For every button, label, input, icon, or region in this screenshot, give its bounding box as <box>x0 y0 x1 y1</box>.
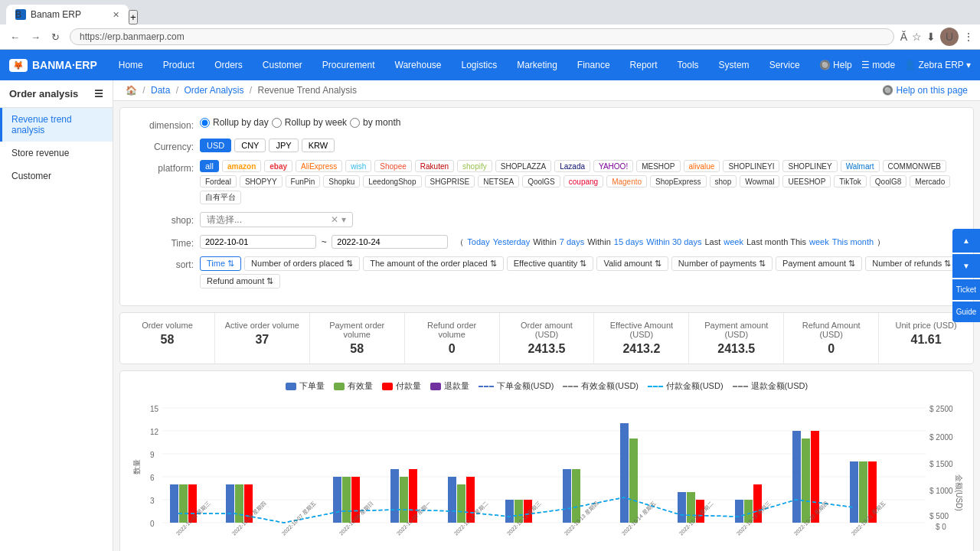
rollup-by-day-option[interactable]: Rollup by day <box>200 117 269 128</box>
help-link[interactable]: 🔘 Help <box>819 60 852 70</box>
sort-order-amount[interactable]: The amount of the order placed ⇅ <box>363 256 504 271</box>
platform-wish[interactable]: wish <box>345 160 371 172</box>
platform-shopyy[interactable]: SHOPYY <box>240 175 283 187</box>
help-on-page[interactable]: 🔘 Help on this page <box>882 85 968 96</box>
platform-qoolgs[interactable]: QoolGS <box>522 175 560 187</box>
nav-warehouse[interactable]: Warehouse <box>386 55 451 75</box>
platform-magento[interactable]: Magento <box>606 175 647 187</box>
platform-amazon[interactable]: amazon <box>222 160 261 172</box>
shortcut-this-week[interactable]: week <box>809 237 829 246</box>
shortcut-last-week[interactable]: week <box>724 237 743 246</box>
refresh-button[interactable]: ↻ <box>47 30 64 44</box>
platform-aliexpress[interactable]: AliExpress <box>296 160 342 172</box>
guide-btn[interactable]: Guide <box>952 302 980 322</box>
platform-rakuten[interactable]: Rakuten <box>415 160 454 172</box>
sidebar-item-revenue-trend[interactable]: Revenue trend analysis <box>0 108 113 142</box>
platform-yahoo[interactable]: YAHOO! <box>593 160 633 172</box>
ticket-btn[interactable]: Ticket <box>952 279 980 300</box>
shortcut-15days[interactable]: 15 days <box>614 237 644 246</box>
platform-shopexpress[interactable]: ShopExpress <box>650 175 706 187</box>
nav-tools[interactable]: Tools <box>668 55 708 75</box>
download-icon[interactable]: ⬇ <box>926 31 936 43</box>
platform-shopliney[interactable]: SHOPLINEY <box>782 160 837 172</box>
close-tab-icon[interactable]: ✕ <box>113 10 119 20</box>
rollup-by-month-radio[interactable] <box>350 118 360 128</box>
platform-shopee[interactable]: Shopee <box>374 160 411 172</box>
currency-krw[interactable]: KRW <box>302 139 335 152</box>
nav-system[interactable]: System <box>710 55 759 75</box>
scroll-down-btn[interactable]: ▼ <box>952 254 980 278</box>
platform-ebay[interactable]: ebay <box>264 160 292 172</box>
clear-icon[interactable]: ✕ <box>331 214 338 225</box>
nav-logistics[interactable]: Logistics <box>452 55 506 75</box>
sidebar-menu-icon[interactable]: ☰ <box>94 88 103 99</box>
sort-orders-placed[interactable]: Number of orders placed ⇅ <box>244 256 360 271</box>
platform-leedongshop[interactable]: LeedongShop <box>363 175 421 187</box>
forward-button[interactable]: → <box>27 30 44 44</box>
time-start-input[interactable] <box>200 235 316 249</box>
platform-ziyoupt[interactable]: 自有平台 <box>200 191 241 204</box>
platform-commonweb[interactable]: COMMONWEB <box>883 160 946 172</box>
platform-netsea[interactable]: NETSEA <box>478 175 519 187</box>
sort-refunds-num[interactable]: Number of refunds ⇅ <box>865 256 958 271</box>
nav-procurement[interactable]: Procurement <box>313 55 384 75</box>
shortcut-7days[interactable]: 7 days <box>560 237 584 246</box>
platform-tiktok[interactable]: TikTok <box>834 175 867 187</box>
currency-usd[interactable]: USD <box>200 139 231 152</box>
nav-orders[interactable]: Orders <box>205 55 252 75</box>
shop-input[interactable] <box>207 214 331 225</box>
platform-mercado[interactable]: Mercado <box>910 175 950 187</box>
currency-jpy[interactable]: JPY <box>269 139 298 152</box>
shortcut-today[interactable]: Today <box>467 237 489 246</box>
platform-ueeshop[interactable]: UEESHOP <box>782 175 831 187</box>
time-end-input[interactable] <box>332 235 448 249</box>
menu-icon[interactable]: ⋮ <box>963 31 974 43</box>
nav-product[interactable]: Product <box>154 55 204 75</box>
platform-funpin[interactable]: FunPin <box>286 175 321 187</box>
user-avatar[interactable]: U <box>940 28 959 46</box>
platform-coupang[interactable]: coupang <box>564 175 603 187</box>
nav-home[interactable]: Home <box>109 55 152 75</box>
nav-service[interactable]: Service <box>760 55 809 75</box>
user-label[interactable]: 👤 Zebra ERP ▾ <box>904 60 971 70</box>
platform-shopify[interactable]: shopify <box>457 160 492 172</box>
breadcrumb-data[interactable]: Data <box>151 85 170 96</box>
breadcrumb-order-analysis[interactable]: Order Analysis <box>184 85 243 96</box>
platform-qoolg8[interactable]: QoolG8 <box>870 175 906 187</box>
mode-label[interactable]: ☰ mode <box>861 60 895 70</box>
rollup-by-month-option[interactable]: by month <box>350 117 400 128</box>
platform-shopku[interactable]: Shopku <box>323 175 360 187</box>
nav-customer[interactable]: Customer <box>253 55 312 75</box>
platform-all[interactable]: all <box>200 160 219 172</box>
chevron-down-icon[interactable]: ▾ <box>341 214 346 225</box>
browser-tab[interactable]: B Banam ERP ✕ <box>6 5 129 24</box>
scroll-up-btn[interactable]: ▲ <box>952 229 980 253</box>
platform-shoplineyi[interactable]: SHOPLINEYI <box>723 160 779 172</box>
rollup-by-week-radio[interactable] <box>272 118 282 128</box>
sort-refund-amount[interactable]: Refund amount ⇅ <box>200 274 280 289</box>
nav-marketing[interactable]: Marketing <box>508 55 567 75</box>
platform-fordeal[interactable]: Fordeal <box>200 175 237 187</box>
platform-walmart[interactable]: Walmart <box>841 160 880 172</box>
platform-alivalue[interactable]: alivalue <box>684 160 720 172</box>
nav-finance[interactable]: Finance <box>568 55 619 75</box>
address-input[interactable] <box>70 28 894 45</box>
translate-icon[interactable]: Ă <box>900 31 907 43</box>
new-tab-button[interactable]: + <box>129 10 138 24</box>
sort-payment-amount[interactable]: Payment amount ⇅ <box>776 256 862 271</box>
shortcut-yesterday[interactable]: Yesterday <box>493 237 531 246</box>
rollup-by-day-radio[interactable] <box>200 118 210 128</box>
sidebar-item-customer[interactable]: Customer <box>0 165 113 187</box>
sidebar-item-store-revenue[interactable]: Store revenue <box>0 142 113 165</box>
platform-shop[interactable]: shop <box>710 175 737 187</box>
back-button[interactable]: ← <box>6 30 24 44</box>
shortcut-this-month[interactable]: This month <box>832 237 874 246</box>
rollup-by-week-option[interactable]: Rollup by week <box>272 117 347 128</box>
bookmark-icon[interactable]: ☆ <box>912 31 922 43</box>
platform-wowmal[interactable]: Wowmal <box>740 175 779 187</box>
sort-payments-num[interactable]: Number of payments ⇅ <box>671 256 773 271</box>
platform-shgprise[interactable]: SHGPRISE <box>425 175 475 187</box>
platform-lazada[interactable]: Lazada <box>554 160 590 172</box>
nav-report[interactable]: Report <box>621 55 667 75</box>
platform-shoplazza[interactable]: SHOPLAZZA <box>495 160 551 172</box>
